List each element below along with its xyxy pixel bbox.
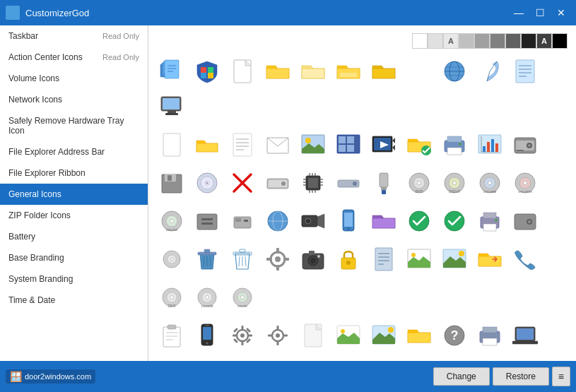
- restore-button[interactable]: Restore: [493, 367, 549, 386]
- icon-cell[interactable]: [225, 165, 260, 201]
- icon-cell[interactable]: [472, 203, 507, 239]
- palette-gray3[interactable]: [490, 33, 505, 49]
- icon-cell[interactable]: [437, 242, 472, 277]
- icon-cell[interactable]: [225, 127, 260, 162]
- icon-cell[interactable]: ?: [437, 318, 472, 353]
- icon-cell[interactable]: [366, 165, 401, 201]
- icon-cell[interactable]: [366, 242, 401, 277]
- icon-cell[interactable]: [366, 54, 401, 89]
- icon-cell[interactable]: [295, 318, 331, 353]
- icon-cell[interactable]: [437, 203, 472, 239]
- icon-cell[interactable]: [366, 127, 401, 162]
- icon-cell[interactable]: [331, 356, 366, 361]
- icon-cell[interactable]: [331, 203, 366, 239]
- icon-cell[interactable]: [260, 242, 295, 277]
- sidebar-item-general-icons[interactable]: General Icons: [0, 184, 148, 205]
- icon-cell[interactable]: CD-RW: [225, 280, 260, 315]
- icon-cell[interactable]: [189, 242, 225, 277]
- icon-cell[interactable]: [154, 89, 189, 124]
- icon-cell[interactable]: [260, 54, 295, 89]
- sidebar-item-base-branding[interactable]: Base Branding: [0, 247, 148, 268]
- icon-cell[interactable]: [401, 203, 437, 239]
- icon-cell[interactable]: [260, 165, 295, 201]
- icon-cell[interactable]: [189, 54, 225, 89]
- palette-black[interactable]: [521, 33, 536, 49]
- icon-cell[interactable]: [331, 242, 366, 277]
- sidebar-item-volume[interactable]: Volume Icons: [0, 68, 148, 89]
- icon-cell[interactable]: i: [295, 356, 331, 361]
- icon-cell[interactable]: [331, 165, 366, 201]
- icon-cell[interactable]: [295, 54, 331, 89]
- icon-cell[interactable]: [260, 356, 295, 361]
- icon-cell[interactable]: [189, 165, 225, 201]
- icon-cell[interactable]: [225, 54, 260, 89]
- palette-a-dark[interactable]: A: [536, 33, 552, 49]
- icon-cell[interactable]: [437, 54, 472, 89]
- icon-cell[interactable]: [295, 203, 331, 239]
- icon-cell[interactable]: [401, 54, 437, 89]
- icon-cell[interactable]: [437, 356, 472, 361]
- icon-cell[interactable]: [295, 127, 331, 162]
- icon-cell[interactable]: [331, 54, 366, 89]
- icon-cell[interactable]: [154, 165, 189, 201]
- icon-cell[interactable]: [507, 356, 543, 361]
- icon-cell[interactable]: DVD+R: [437, 165, 472, 201]
- sidebar-item-battery[interactable]: Battery: [0, 226, 148, 247]
- palette-gray4[interactable]: [505, 33, 521, 49]
- icon-cell[interactable]: DVD-ROM: [507, 165, 543, 201]
- icon-cell[interactable]: [260, 203, 295, 239]
- icon-cell[interactable]: [154, 318, 189, 353]
- icon-cell[interactable]: [507, 242, 543, 277]
- icon-cell[interactable]: DVD-RAM: [472, 165, 507, 201]
- palette-light1[interactable]: [428, 33, 443, 49]
- icon-cell[interactable]: [260, 318, 295, 353]
- icon-cell[interactable]: [507, 127, 543, 162]
- close-button[interactable]: ✕: [552, 4, 570, 22]
- sidebar-item-network[interactable]: Network Icons: [0, 89, 148, 110]
- icon-cell[interactable]: [401, 242, 437, 277]
- icon-cell[interactable]: [225, 242, 260, 277]
- palette-darkest[interactable]: [552, 33, 568, 49]
- icon-cell[interactable]: [472, 127, 507, 162]
- icon-cell[interactable]: [295, 165, 331, 201]
- icon-cell[interactable]: [225, 203, 260, 239]
- sidebar-item-action-center[interactable]: Action Center Icons Read Only: [0, 47, 148, 68]
- minimize-button[interactable]: —: [510, 4, 528, 22]
- sidebar-item-system-branding[interactable]: System Branding: [0, 268, 148, 290]
- icon-cell[interactable]: [331, 127, 366, 162]
- icon-cell[interactable]: [189, 127, 225, 162]
- icon-cell[interactable]: [507, 203, 543, 239]
- icon-cell[interactable]: DVD-RW: [154, 203, 189, 239]
- icon-cell[interactable]: [154, 127, 189, 162]
- icon-cell[interactable]: [366, 318, 401, 353]
- icon-cell[interactable]: [189, 318, 225, 353]
- icon-cell[interactable]: DVD: [401, 165, 437, 201]
- palette-white[interactable]: [412, 33, 428, 49]
- sidebar-item-time-date[interactable]: Time & Date: [0, 290, 148, 311]
- palette-gray2[interactable]: [474, 33, 490, 49]
- icon-cell[interactable]: [401, 318, 437, 353]
- icon-cell[interactable]: [154, 54, 189, 89]
- icon-cell[interactable]: [472, 318, 507, 353]
- icon-cell[interactable]: [331, 318, 366, 353]
- sidebar-item-file-explorer-address[interactable]: File Explorer Address Bar: [0, 141, 148, 162]
- icon-cell[interactable]: [260, 127, 295, 162]
- icon-cell[interactable]: [507, 318, 543, 353]
- palette-gray1[interactable]: [459, 33, 474, 49]
- icon-cell[interactable]: CD-ROM: [189, 280, 225, 315]
- icon-cell[interactable]: [189, 356, 225, 361]
- icon-cell[interactable]: [225, 318, 260, 353]
- icon-cell[interactable]: [472, 356, 507, 361]
- icon-cell[interactable]: [507, 54, 543, 89]
- sidebar-item-taskbar[interactable]: Taskbar Read Only: [0, 25, 148, 47]
- icon-cell[interactable]: !: [401, 356, 437, 361]
- icon-cell[interactable]: [437, 127, 472, 162]
- icon-cell[interactable]: [295, 242, 331, 277]
- icon-cell[interactable]: [366, 203, 401, 239]
- icon-cell[interactable]: [154, 242, 189, 277]
- menu-button[interactable]: ≡: [552, 367, 570, 386]
- change-button[interactable]: Change: [433, 367, 490, 386]
- icon-cell[interactable]: [189, 203, 225, 239]
- icon-cell[interactable]: [472, 54, 507, 89]
- maximize-button[interactable]: ☐: [531, 4, 549, 22]
